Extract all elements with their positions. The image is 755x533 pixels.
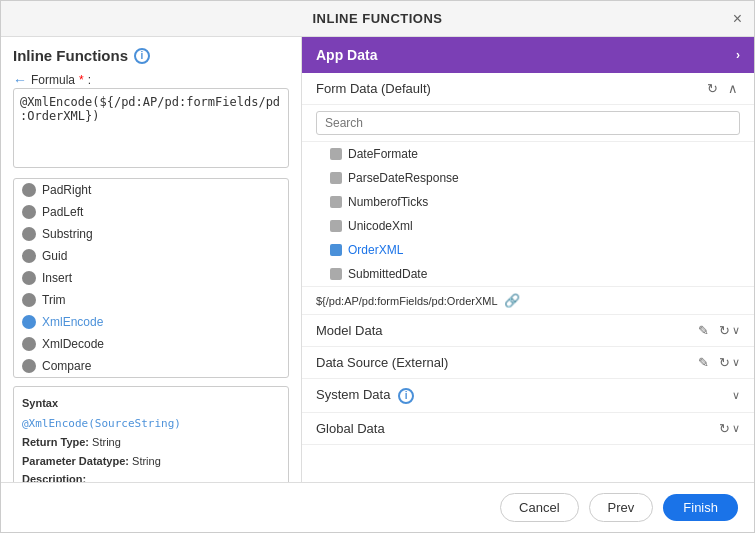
left-panel-title: Inline Functions i [13, 47, 289, 64]
close-button[interactable]: × [733, 11, 742, 27]
function-item-substring[interactable]: Substring [14, 223, 288, 245]
data-source-refresh-button[interactable]: ↻ [717, 355, 732, 370]
data-item-icon [330, 220, 342, 232]
data-item-numberofticks[interactable]: NumberofTicks [302, 190, 754, 214]
data-item-icon [330, 196, 342, 208]
function-item-padleft[interactable]: PadLeft [14, 201, 288, 223]
required-star: * [79, 73, 84, 87]
formula-label-row: ← Formula * : [13, 72, 289, 88]
system-data-section[interactable]: System Data i ∨ [302, 379, 754, 413]
system-data-info-icon[interactable]: i [398, 388, 414, 404]
function-name: XmlDecode [42, 337, 104, 351]
data-item-name: ParseDateResponse [348, 171, 459, 185]
right-panel: App Data › Form Data (Default) ↻ ∧ [301, 37, 754, 482]
function-icon [22, 293, 36, 307]
syntax-box: Syntax @XmlEncode(SourceString) Return T… [13, 386, 289, 482]
data-item-name: OrderXML [348, 243, 403, 257]
function-item-xmlencode[interactable]: XmlEncode [14, 311, 288, 333]
function-icon [22, 337, 36, 351]
dialog-header: INLINE FUNCTIONS × [1, 1, 754, 37]
data-source-edit-button[interactable]: ✎ [696, 355, 711, 370]
function-item-compare[interactable]: Compare [14, 355, 288, 377]
form-data-refresh-button[interactable]: ↻ [705, 81, 720, 96]
left-title-text: Inline Functions [13, 47, 128, 64]
param-label: Parameter Datatype: [22, 455, 129, 467]
model-data-refresh-button[interactable]: ↻ [717, 323, 732, 338]
model-data-chevron-icon: ∨ [732, 324, 740, 337]
data-item-parsedateresponse[interactable]: ParseDateResponse [302, 166, 754, 190]
search-input[interactable] [316, 111, 740, 135]
path-row: ${/pd:AP/pd:formFields/pd:OrderXML 🔗 [302, 286, 754, 315]
function-icon [22, 205, 36, 219]
left-panel-top: Inline Functions i ← Formula * : @XmlEnc… [1, 37, 301, 178]
syntax-title: Syntax [22, 395, 280, 412]
function-name: XmlEncode [42, 315, 103, 329]
required-colon: : [88, 73, 91, 87]
data-source-actions: ✎ ↻ [696, 355, 732, 370]
app-data-label: App Data [316, 47, 377, 63]
data-item-icon [330, 172, 342, 184]
data-item-icon [330, 268, 342, 280]
global-data-label: Global Data [316, 421, 717, 436]
data-item-name: UnicodeXml [348, 219, 413, 233]
model-data-label: Model Data [316, 323, 696, 338]
data-source-section[interactable]: Data Source (External) ✎ ↻ ∨ [302, 347, 754, 379]
prev-button[interactable]: Prev [589, 493, 654, 522]
function-name: PadRight [42, 183, 91, 197]
function-icon [22, 315, 36, 329]
path-value: ${/pd:AP/pd:formFields/pd:OrderXML [316, 295, 498, 307]
syntax-return: Return Type: String [22, 434, 280, 451]
function-name: PadLeft [42, 205, 83, 219]
data-source-label: Data Source (External) [316, 355, 696, 370]
data-item-name: DateFormate [348, 147, 418, 161]
function-item-compareignore---[interactable]: CompareIgnore... [14, 377, 288, 378]
function-icon [22, 249, 36, 263]
back-arrow-icon[interactable]: ← [13, 72, 27, 88]
global-data-refresh-button[interactable]: ↻ [717, 421, 732, 436]
function-item-xmldecode[interactable]: XmlDecode [14, 333, 288, 355]
global-data-chevron-icon: ∨ [732, 422, 740, 435]
functions-area: PadRightPadLeftSubstringGuidInsertTrimXm… [1, 178, 301, 482]
function-item-padright[interactable]: PadRight [14, 179, 288, 201]
data-item-orderxml[interactable]: OrderXML [302, 238, 754, 262]
link-icon[interactable]: 🔗 [504, 293, 520, 308]
function-name: Guid [42, 249, 67, 263]
function-icon [22, 183, 36, 197]
function-item-insert[interactable]: Insert [14, 267, 288, 289]
data-item-name: NumberofTicks [348, 195, 428, 209]
function-name: Trim [42, 293, 66, 307]
model-data-section[interactable]: Model Data ✎ ↻ ∨ [302, 315, 754, 347]
data-item-name: SubmittedDate [348, 267, 427, 281]
formula-label-text: Formula [31, 73, 75, 87]
function-item-guid[interactable]: Guid [14, 245, 288, 267]
finish-button[interactable]: Finish [663, 494, 738, 521]
data-item-icon [330, 148, 342, 160]
data-item-submitteddate[interactable]: SubmittedDate [302, 262, 754, 286]
form-data-actions: ↻ ∧ [705, 81, 740, 96]
formula-input[interactable]: @XmlEncode(${/pd:AP/pd:formFields/pd:Ord… [13, 88, 289, 168]
function-name: Substring [42, 227, 93, 241]
app-data-header[interactable]: App Data › [302, 37, 754, 73]
system-data-chevron-icon: ∨ [732, 389, 740, 402]
dialog-body: Inline Functions i ← Formula * : @XmlEnc… [1, 37, 754, 482]
param-value: String [132, 455, 161, 467]
function-name: Insert [42, 271, 72, 285]
return-label: Return Type: [22, 436, 89, 448]
info-icon[interactable]: i [134, 48, 150, 64]
function-item-trim[interactable]: Trim [14, 289, 288, 311]
data-item-unicodexml[interactable]: UnicodeXml [302, 214, 754, 238]
dialog-footer: Cancel Prev Finish [1, 482, 754, 532]
right-panel-content: Form Data (Default) ↻ ∧ DateFormateParse… [302, 73, 754, 482]
dialog: INLINE FUNCTIONS × Inline Functions i ← … [0, 0, 755, 533]
model-data-edit-button[interactable]: ✎ [696, 323, 711, 338]
model-data-actions: ✎ ↻ [696, 323, 732, 338]
desc-label: Description: [22, 473, 86, 482]
data-item-dateformate[interactable]: DateFormate [302, 142, 754, 166]
cancel-button[interactable]: Cancel [500, 493, 578, 522]
chevron-right-icon: › [736, 48, 740, 62]
syntax-desc: Description: [22, 471, 280, 482]
form-data-label: Form Data (Default) [316, 81, 699, 96]
data-items-list: DateFormateParseDateResponseNumberofTick… [302, 142, 754, 286]
form-data-collapse-button[interactable]: ∧ [726, 81, 740, 96]
global-data-section[interactable]: Global Data ↻ ∨ [302, 413, 754, 445]
